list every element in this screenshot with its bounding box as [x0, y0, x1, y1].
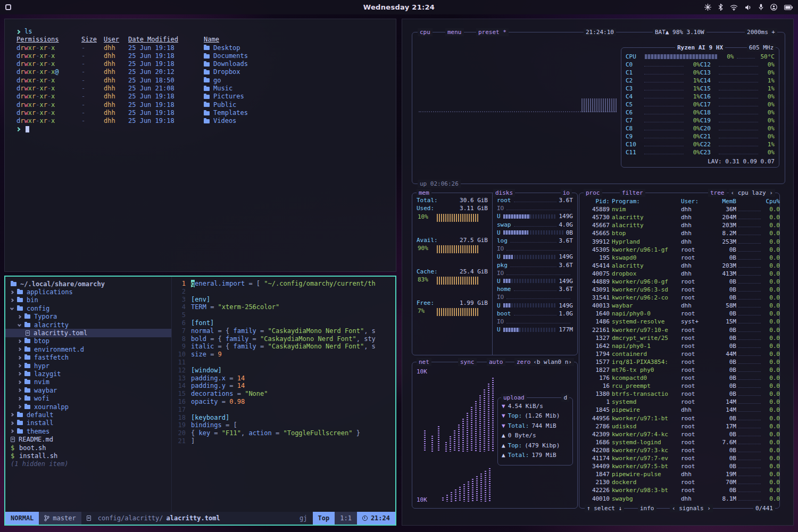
code-line[interactable]: 19bindings = [	[172, 421, 395, 429]
tree-toggle[interactable]: tree	[708, 189, 727, 197]
tree-item-waybar[interactable]: waybar	[5, 386, 171, 394]
tree-item-install.sh[interactable]: $install.sh	[5, 452, 171, 460]
filter-button[interactable]: filter	[620, 189, 645, 197]
process-row[interactable]: 1827mt76-tx phy0root0B0.0	[579, 366, 779, 374]
process-row[interactable]: 45665btopdhh8.2M0.0	[579, 229, 779, 237]
tree-item-btop[interactable]: btop	[5, 337, 171, 345]
code-line[interactable]: 2	[172, 288, 395, 296]
microphone-icon[interactable]	[759, 4, 763, 11]
sort-selector[interactable]: ‹ cpu lazy ›	[729, 189, 775, 197]
process-row[interactable]: 45730alacrittydhh204M0.0	[579, 213, 779, 221]
process-row[interactable]: 1847pipewire-pulsedhh19M0.0	[579, 470, 779, 478]
clock[interactable]: Wednesday 21:24	[0, 3, 798, 11]
tree-item-applications[interactable]: applications	[5, 288, 171, 296]
proc-box-label[interactable]: proc	[584, 189, 602, 197]
terminal-ls[interactable]: ls PermissionsSizeUserDate ModifiedNamed…	[4, 19, 396, 272]
tree-item--.local-share-omarchy[interactable]: ~/.local/share/omarchy	[5, 280, 171, 288]
tree-item-xournalpp[interactable]: xournalpp	[5, 403, 171, 411]
code-line[interactable]: 11	[172, 359, 395, 367]
process-row[interactable]: 34409kworker/u97:5-btroot0B0.0	[579, 462, 779, 470]
tree-item-fastfetch[interactable]: fastfetch	[5, 354, 171, 362]
process-row[interactable]: 41174kworker/u97:7-evroot0B0.0	[579, 454, 779, 462]
process-row[interactable]: 40075dropboxdhh413M0.0	[579, 270, 779, 278]
process-row[interactable]: 1686systemd-logindroot7.6M0.0	[579, 438, 779, 446]
battery-icon[interactable]	[784, 5, 793, 10]
update-interval[interactable]: 2000ms +	[745, 28, 777, 36]
process-row[interactable]: 40013waybardhh58M0.0	[579, 302, 779, 310]
process-row[interactable]: 2786udisksdroot17M0.0	[579, 422, 779, 430]
net-zero-button[interactable]: zero	[514, 358, 533, 366]
code-line[interactable]: 6[font]	[172, 319, 395, 327]
tree-item-hypr[interactable]: hypr	[5, 362, 171, 370]
process-row[interactable]: 45414alacrittydhh203M0.0	[579, 262, 779, 270]
code-line[interactable]: 20{ key = "F11", action = "ToggleFullscr…	[172, 429, 395, 437]
process-row[interactable]: 42226kworker/u98:3-btroot0B0.0	[579, 486, 779, 494]
process-row[interactable]: 1486systemd-resolvesyst+15M0.0	[579, 318, 779, 326]
menu-button[interactable]: menu	[445, 28, 464, 36]
process-row[interactable]: 42309kworker/u97:4-kcroot0B0.0	[579, 430, 779, 438]
process-row[interactable]: 1327dmcrypt_write/25root0B0.0	[579, 334, 779, 342]
io-label[interactable]: io	[561, 189, 572, 197]
process-row[interactable]: 1642napi/phy0-1root0B0.0	[579, 342, 779, 350]
process-row[interactable]: 39912Hyprlanddhh253M0.0	[579, 237, 779, 245]
tree-item-readme.md[interactable]: README.md	[5, 435, 171, 443]
process-row[interactable]: 40010swaybgdhh8.1M0.0	[579, 494, 779, 502]
process-row[interactable]: 44956kworker/u97:1-btroot0B0.0	[579, 414, 779, 422]
code-line[interactable]: 5	[172, 311, 395, 319]
terminal-nvim[interactable]: ~/.local/share/omarchyapplicationsbincon…	[4, 276, 396, 526]
tree-item-alacritty.toml[interactable]: alacritty.toml	[5, 329, 171, 337]
tree-item-alacritty[interactable]: alacritty	[5, 321, 171, 329]
tree-item-wofi[interactable]: wofi	[5, 394, 171, 402]
tree-item-environment.d[interactable]: environment.d	[5, 345, 171, 353]
process-row[interactable]: 176kcompactd0root0B0.0	[579, 374, 779, 382]
code-line[interactable]: 8bold = { family = "CaskaydiaMono Nerd F…	[172, 335, 395, 343]
tree-item-nvim[interactable]: nvim	[5, 378, 171, 386]
process-row[interactable]: 44889kworker/u96:0-gfroot0B0.0	[579, 278, 779, 286]
code-line[interactable]: 4TERM = "xterm-256color"	[172, 303, 395, 311]
code-line[interactable]: 12[window]	[172, 367, 395, 375]
code-line[interactable]: 21]	[172, 437, 395, 445]
code-line[interactable]: 13padding.x = 14	[172, 375, 395, 383]
tree-item-lazygit[interactable]: lazygit	[5, 370, 171, 378]
process-row[interactable]: 43091kworker/u96:3-sdroot0B0.0	[579, 286, 779, 294]
net-box-label[interactable]: net	[417, 358, 431, 366]
process-row[interactable]: 1systemdroot14M0.0	[579, 398, 779, 406]
code-line[interactable]: 14padding.y = 14	[172, 382, 395, 390]
net-interface[interactable]: ‹b wlan0 n›	[531, 358, 574, 366]
process-row[interactable]: 22161kworker/u97:10-eroot0B0.0	[579, 326, 779, 334]
tree-item-config[interactable]: config	[5, 304, 171, 312]
snowflake-icon[interactable]	[704, 4, 711, 11]
tree-item-install[interactable]: install	[5, 419, 171, 427]
tree-item-themes[interactable]: themes	[5, 427, 171, 435]
terminal-btop[interactable]: cpu menu preset * 21:24:10 BAT▲ 98% 3.10…	[402, 19, 794, 526]
cpu-box-label[interactable]: cpu	[418, 28, 433, 36]
volume-icon[interactable]	[745, 4, 752, 11]
code-line[interactable]: 10size = 9	[172, 351, 395, 359]
code-line[interactable]: 1general.import = [ "~/.config/omarchy/c…	[172, 280, 395, 288]
process-row[interactable]: 2130dockerdroot70M0.0	[579, 478, 779, 486]
process-row[interactable]: 1794containerdroot44M0.0	[579, 350, 779, 358]
wifi-icon[interactable]	[730, 4, 738, 11]
code-line[interactable]: 16opacity = 0.98	[172, 398, 395, 406]
process-row[interactable]: 16rcu_preemptroot0B0.0	[579, 382, 779, 390]
code-line[interactable]: 7normal = { family = "CaskaydiaMono Nerd…	[172, 327, 395, 335]
tree-item-default[interactable]: default	[5, 411, 171, 419]
process-row[interactable]: 45305kworker/u96:1-gfroot0B0.0	[579, 246, 779, 254]
process-row[interactable]: 1845pipewiredhh14M0.0	[579, 406, 779, 414]
process-row[interactable]: 1380btrfs-transactioroot0B0.0	[579, 390, 779, 398]
net-auto-button[interactable]: auto	[487, 358, 505, 366]
tree-item-boot.sh[interactable]: $boot.sh	[5, 444, 171, 452]
net-sync-button[interactable]: sync	[458, 358, 477, 366]
git-branch[interactable]: master	[39, 512, 81, 525]
signals-button[interactable]: ‹ signals ›	[670, 504, 713, 512]
code-line[interactable]: 3[env]	[172, 296, 395, 304]
info-button[interactable]: info	[638, 504, 656, 512]
process-row[interactable]: 1577irq/81-PIXA3854:root0B0.0	[579, 358, 779, 366]
code-line[interactable]: 18[keyboard]	[172, 414, 395, 422]
workspace-indicator[interactable]	[5, 4, 11, 10]
select-hint[interactable]: ↑ select ↓	[585, 504, 624, 512]
process-row[interactable]: 1640napi/phy0-0root0B0.0	[579, 310, 779, 318]
code-line[interactable]: 17	[172, 406, 395, 414]
account-icon[interactable]	[770, 4, 777, 11]
preset-button[interactable]: preset *	[476, 28, 509, 36]
